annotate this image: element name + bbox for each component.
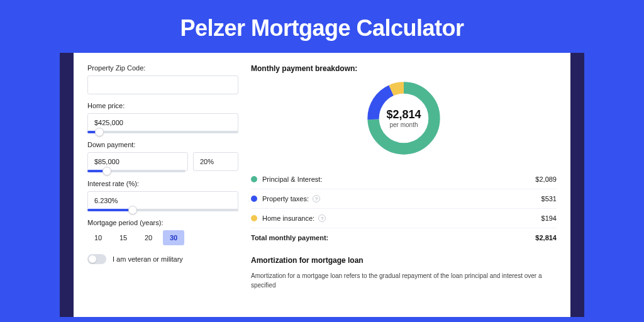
veteran-toggle[interactable] <box>87 254 106 264</box>
home-price-label: Home price: <box>87 102 238 109</box>
legend-total-label: Total monthly payment: <box>251 234 328 242</box>
zip-input[interactable] <box>87 75 238 94</box>
breakdown-heading: Monthly payment breakdown: <box>251 64 557 73</box>
legend-value: $531 <box>541 195 557 203</box>
legend-dot-icon <box>251 176 257 182</box>
legend-label: Property taxes: <box>262 195 309 203</box>
legend-total-value: $2,814 <box>535 234 557 242</box>
zip-label: Property Zip Code: <box>87 64 238 72</box>
mortgage-period-option-20[interactable]: 20 <box>138 230 159 245</box>
zip-group: Property Zip Code: <box>87 64 238 94</box>
legend-value: $2,089 <box>535 175 557 183</box>
calculator-panel: Property Zip Code: Home price: Down paym… <box>74 53 570 317</box>
home-price-slider[interactable] <box>87 131 238 133</box>
form-column: Property Zip Code: Home price: Down paym… <box>87 64 238 317</box>
donut-sub: per month <box>389 121 418 128</box>
down-payment-group: Down payment: <box>87 141 238 172</box>
legend-dot-icon <box>251 215 257 221</box>
amortization-heading: Amortization for mortgage loan <box>251 256 557 265</box>
info-icon[interactable]: ? <box>318 214 326 222</box>
legend-row: Principal & Interest:$2,089 <box>251 170 557 189</box>
home-price-input[interactable] <box>87 113 238 132</box>
down-payment-amount-input[interactable] <box>87 152 188 171</box>
breakdown-column: Monthly payment breakdown: $2,814 per mo… <box>251 64 557 317</box>
down-payment-percent-input[interactable] <box>193 152 238 171</box>
legend-label: Principal & Interest: <box>262 175 322 183</box>
interest-rate-slider[interactable] <box>87 209 238 211</box>
legend-label: Home insurance: <box>262 214 314 222</box>
legend-dot-icon <box>251 196 257 202</box>
donut-chart: $2,814 per month <box>251 78 557 158</box>
down-payment-slider[interactable] <box>87 170 186 172</box>
legend-row: Home insurance:?$194 <box>251 208 557 228</box>
interest-rate-label: Interest rate (%): <box>87 180 238 187</box>
mortgage-period-group: Mortgage period (years): 10152030 <box>87 219 238 245</box>
mortgage-period-option-30[interactable]: 30 <box>163 230 184 245</box>
interest-rate-group: Interest rate (%): <box>87 180 238 211</box>
legend-row: Property taxes:?$531 <box>251 189 557 208</box>
legend-total-row: Total monthly payment:$2,814 <box>251 228 557 247</box>
page-title: Pelzer Mortgage Calculator <box>0 0 644 53</box>
mortgage-period-options: 10152030 <box>87 230 238 245</box>
legend-value: $194 <box>541 214 557 222</box>
mortgage-period-option-10[interactable]: 10 <box>87 230 109 245</box>
veteran-row: I am veteran or military <box>87 254 238 264</box>
interest-rate-input[interactable] <box>87 191 238 210</box>
donut-amount: $2,814 <box>386 108 421 121</box>
mortgage-period-label: Mortgage period (years): <box>87 219 238 226</box>
info-icon[interactable]: ? <box>313 195 320 203</box>
mortgage-period-option-15[interactable]: 15 <box>113 230 134 245</box>
amortization-section: Amortization for mortgage loan Amortizat… <box>251 256 557 290</box>
breakdown-legend: Principal & Interest:$2,089Property taxe… <box>251 170 557 247</box>
home-price-group: Home price: <box>87 102 238 133</box>
down-payment-label: Down payment: <box>87 141 238 148</box>
veteran-label: I am veteran or military <box>113 255 183 263</box>
amortization-body: Amortization for a mortgage loan refers … <box>251 271 557 290</box>
